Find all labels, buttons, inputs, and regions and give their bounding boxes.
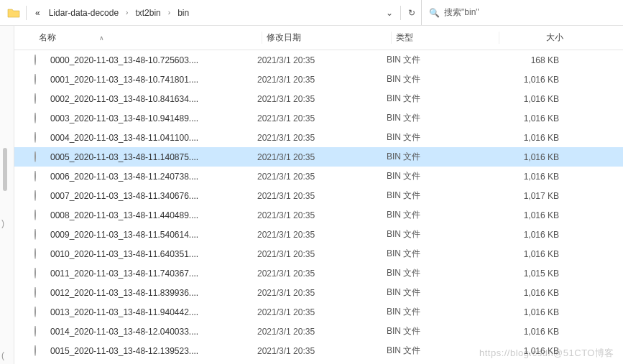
folder-icon[interactable] — [7, 6, 20, 19]
table-row[interactable]: 0001_2020-11-03_13-48-10.741801....2021/… — [14, 70, 623, 89]
file-name-text: 0010_2020-11-03_13-48-11.640351.... — [50, 249, 198, 259]
file-size-cell: 1,015 KB — [494, 269, 573, 279]
disc-icon — [34, 307, 46, 318]
file-size-cell: 168 KB — [494, 55, 573, 65]
chevron-right-icon[interactable]: › — [124, 9, 129, 17]
file-date-cell: 2021/3/1 20:35 — [257, 172, 387, 182]
file-date-cell: 2021/3/1 20:35 — [257, 113, 387, 123]
disc-icon — [34, 210, 46, 221]
table-row[interactable]: 0000_2020-11-03_13-48-10.725603....2021/… — [14, 50, 623, 70]
file-name-text: 0000_2020-11-03_13-48-10.725603.... — [50, 55, 198, 65]
disc-icon — [34, 190, 46, 202]
table-row[interactable]: 0004_2020-11-03_13-48-11.041100....2021/… — [14, 128, 623, 147]
address-toolbar: « Lidar-data-decode › txt2bin › bin ⌄ ↻ … — [0, 0, 623, 26]
separator — [400, 6, 401, 20]
disc-icon — [34, 326, 46, 337]
disc-icon — [34, 229, 46, 241]
search-input[interactable]: 🔍 搜索"bin" — [421, 0, 620, 25]
history-dropdown-icon[interactable]: ⌄ — [380, 8, 399, 18]
file-name-cell: 0010_2020-11-03_13-48-11.640351.... — [34, 248, 257, 260]
header-name-label: 名称 — [39, 32, 56, 44]
breadcrumb-part-2[interactable]: bin — [175, 6, 192, 19]
nav-pane[interactable]: ) ( — [0, 26, 14, 364]
file-size-cell: 1,016 KB — [494, 327, 573, 337]
file-name-cell: 0000_2020-11-03_13-48-10.725603.... — [34, 55, 257, 66]
table-row[interactable]: 0008_2020-11-03_13-48-11.440489....2021/… — [14, 205, 623, 225]
file-date-cell: 2021/3/1 20:35 — [257, 75, 387, 85]
file-name-cell: 0001_2020-11-03_13-48-10.741801.... — [34, 74, 257, 85]
file-type-cell: BIN 文件 — [387, 73, 494, 85]
sort-ascending-icon: ∧ — [99, 34, 104, 42]
refresh-icon[interactable]: ↻ — [402, 8, 421, 18]
column-header-type[interactable]: 类型 — [391, 32, 499, 44]
table-row[interactable]: 0014_2020-11-03_13-48-12.040033....2021/… — [14, 322, 623, 341]
breadcrumb-overflow[interactable]: « — [32, 6, 43, 19]
disc-icon — [34, 132, 46, 144]
file-name-cell: 0006_2020-11-03_13-48-11.240738.... — [34, 171, 257, 182]
file-date-cell: 2021/3/1 20:35 — [257, 307, 387, 317]
table-row[interactable]: 0002_2020-11-03_13-48-10.841634....2021/… — [14, 89, 623, 108]
column-headers: 名称 ∧ 修改日期 类型 大小 — [14, 26, 623, 50]
file-date-cell: 2021/3/1 20:35 — [257, 230, 387, 240]
file-type-cell: BIN 文件 — [387, 93, 494, 105]
file-name-text: 0013_2020-11-03_13-48-11.940442.... — [50, 307, 198, 317]
breadcrumb: « Lidar-data-decode › txt2bin › bin — [28, 6, 196, 19]
table-row[interactable]: 0006_2020-11-03_13-48-11.240738....2021/… — [14, 167, 623, 186]
file-name-text: 0005_2020-11-03_13-48-11.140875.... — [50, 152, 198, 162]
disc-icon — [34, 345, 46, 357]
column-header-date[interactable]: 修改日期 — [262, 32, 391, 44]
file-size-cell: 1,016 KB — [494, 288, 573, 298]
file-date-cell: 2021/3/1 20:35 — [257, 55, 387, 65]
disc-icon — [34, 113, 46, 124]
file-date-cell: 2021/3/1 20:35 — [257, 249, 387, 259]
file-type-cell: BIN 文件 — [387, 54, 494, 66]
file-name-cell: 0009_2020-11-03_13-48-11.540614.... — [34, 229, 257, 241]
file-name-text: 0009_2020-11-03_13-48-11.540614.... — [50, 230, 198, 240]
chevron-right-icon[interactable]: › — [167, 9, 172, 17]
table-row[interactable]: 0009_2020-11-03_13-48-11.540614....2021/… — [14, 225, 623, 244]
file-name-cell: 0012_2020-11-03_13-48-11.839936.... — [34, 287, 257, 299]
disc-icon — [34, 55, 46, 66]
disc-icon — [34, 74, 46, 85]
file-date-cell: 2021/3/1 20:35 — [257, 94, 387, 104]
file-name-cell: 0005_2020-11-03_13-48-11.140875.... — [34, 151, 257, 163]
file-name-text: 0015_2020-11-03_13-48-12.139523.... — [50, 346, 198, 356]
table-row[interactable]: 0012_2020-11-03_13-48-11.839936....2021/… — [14, 283, 623, 302]
file-type-cell: BIN 文件 — [387, 228, 494, 241]
file-size-cell: 1,016 KB — [494, 249, 573, 259]
breadcrumb-part-1[interactable]: txt2bin — [132, 6, 163, 19]
file-name-text: 0001_2020-11-03_13-48-10.741801.... — [50, 75, 198, 85]
file-size-cell: 1,016 KB — [494, 172, 573, 182]
file-type-cell: BIN 文件 — [387, 325, 494, 337]
table-row[interactable]: 0011_2020-11-03_13-48-11.740367....2021/… — [14, 263, 623, 283]
table-row[interactable]: 0003_2020-11-03_13-48-10.941489....2021/… — [14, 108, 623, 128]
disc-icon — [34, 268, 46, 279]
file-date-cell: 2021/3/1 20:35 — [257, 288, 387, 298]
column-header-size[interactable]: 大小 — [499, 32, 578, 44]
file-name-cell: 0013_2020-11-03_13-48-11.940442.... — [34, 307, 257, 318]
file-type-cell: BIN 文件 — [387, 112, 494, 124]
breadcrumb-part-0[interactable]: Lidar-data-decode — [46, 6, 121, 19]
search-placeholder: 搜索"bin" — [444, 6, 479, 19]
table-row[interactable]: 0005_2020-11-03_13-48-11.140875....2021/… — [14, 147, 623, 167]
file-name-text: 0002_2020-11-03_13-48-10.841634.... — [50, 94, 198, 104]
file-size-cell: 1,016 KB — [494, 152, 573, 162]
disc-icon — [34, 248, 46, 260]
file-name-text: 0007_2020-11-03_13-48-11.340676.... — [50, 191, 198, 201]
file-type-cell: BIN 文件 — [387, 306, 494, 318]
disc-icon — [34, 93, 46, 105]
file-name-text: 0008_2020-11-03_13-48-11.440489.... — [50, 210, 198, 220]
table-row[interactable]: 0010_2020-11-03_13-48-11.640351....2021/… — [14, 244, 623, 263]
search-icon: 🔍 — [429, 8, 440, 18]
file-name-cell: 0008_2020-11-03_13-48-11.440489.... — [34, 210, 257, 221]
table-row[interactable]: 0015_2020-11-03_13-48-12.139523....2021/… — [14, 341, 623, 360]
table-row[interactable]: 0007_2020-11-03_13-48-11.340676....2021/… — [14, 186, 623, 205]
file-size-cell: 1,016 KB — [494, 94, 573, 104]
file-type-cell: BIN 文件 — [387, 170, 494, 182]
column-header-name[interactable]: 名称 ∧ — [34, 32, 262, 44]
scrollbar-thumb[interactable] — [3, 148, 7, 191]
file-name-cell: 0011_2020-11-03_13-48-11.740367.... — [34, 268, 257, 279]
table-row[interactable]: 0013_2020-11-03_13-48-11.940442....2021/… — [14, 302, 623, 322]
file-type-cell: BIN 文件 — [387, 190, 494, 202]
file-name-text: 0003_2020-11-03_13-48-10.941489.... — [50, 113, 198, 123]
